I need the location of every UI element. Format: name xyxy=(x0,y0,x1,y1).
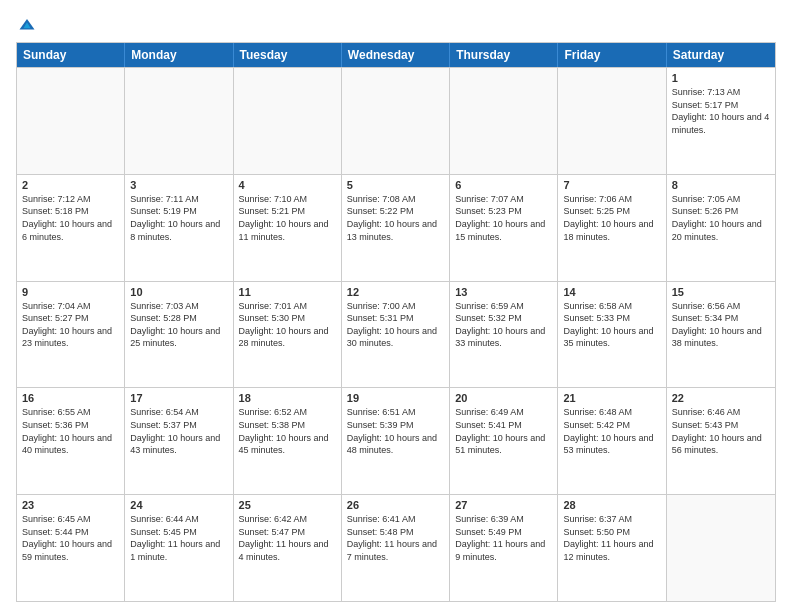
day-number: 7 xyxy=(563,179,660,191)
day-info: Sunrise: 6:58 AM Sunset: 5:33 PM Dayligh… xyxy=(563,300,660,350)
day-info: Sunrise: 6:59 AM Sunset: 5:32 PM Dayligh… xyxy=(455,300,552,350)
day-number: 5 xyxy=(347,179,444,191)
weekday-header-wednesday: Wednesday xyxy=(342,43,450,67)
day-info: Sunrise: 7:13 AM Sunset: 5:17 PM Dayligh… xyxy=(672,86,770,136)
day-cell-16: 16Sunrise: 6:55 AM Sunset: 5:36 PM Dayli… xyxy=(17,388,125,494)
empty-cell-r0-c5 xyxy=(558,68,666,174)
day-number: 9 xyxy=(22,286,119,298)
day-cell-3: 3Sunrise: 7:11 AM Sunset: 5:19 PM Daylig… xyxy=(125,175,233,281)
day-number: 12 xyxy=(347,286,444,298)
day-info: Sunrise: 6:39 AM Sunset: 5:49 PM Dayligh… xyxy=(455,513,552,563)
empty-cell-r0-c2 xyxy=(234,68,342,174)
day-number: 3 xyxy=(130,179,227,191)
calendar-page: SundayMondayTuesdayWednesdayThursdayFrid… xyxy=(0,0,792,612)
day-info: Sunrise: 7:08 AM Sunset: 5:22 PM Dayligh… xyxy=(347,193,444,243)
page-header xyxy=(16,16,776,34)
day-cell-25: 25Sunrise: 6:42 AM Sunset: 5:47 PM Dayli… xyxy=(234,495,342,601)
day-cell-7: 7Sunrise: 7:06 AM Sunset: 5:25 PM Daylig… xyxy=(558,175,666,281)
day-info: Sunrise: 7:12 AM Sunset: 5:18 PM Dayligh… xyxy=(22,193,119,243)
day-info: Sunrise: 6:54 AM Sunset: 5:37 PM Dayligh… xyxy=(130,406,227,456)
day-info: Sunrise: 6:48 AM Sunset: 5:42 PM Dayligh… xyxy=(563,406,660,456)
day-info: Sunrise: 7:00 AM Sunset: 5:31 PM Dayligh… xyxy=(347,300,444,350)
day-info: Sunrise: 6:56 AM Sunset: 5:34 PM Dayligh… xyxy=(672,300,770,350)
day-cell-17: 17Sunrise: 6:54 AM Sunset: 5:37 PM Dayli… xyxy=(125,388,233,494)
day-number: 25 xyxy=(239,499,336,511)
weekday-header-monday: Monday xyxy=(125,43,233,67)
day-info: Sunrise: 7:04 AM Sunset: 5:27 PM Dayligh… xyxy=(22,300,119,350)
day-number: 26 xyxy=(347,499,444,511)
calendar-row-2: 2Sunrise: 7:12 AM Sunset: 5:18 PM Daylig… xyxy=(17,174,775,281)
day-number: 15 xyxy=(672,286,770,298)
empty-cell-r4-c6 xyxy=(667,495,775,601)
day-info: Sunrise: 7:03 AM Sunset: 5:28 PM Dayligh… xyxy=(130,300,227,350)
day-info: Sunrise: 6:41 AM Sunset: 5:48 PM Dayligh… xyxy=(347,513,444,563)
day-info: Sunrise: 6:45 AM Sunset: 5:44 PM Dayligh… xyxy=(22,513,119,563)
day-number: 24 xyxy=(130,499,227,511)
day-info: Sunrise: 6:42 AM Sunset: 5:47 PM Dayligh… xyxy=(239,513,336,563)
day-number: 17 xyxy=(130,392,227,404)
day-cell-14: 14Sunrise: 6:58 AM Sunset: 5:33 PM Dayli… xyxy=(558,282,666,388)
day-cell-26: 26Sunrise: 6:41 AM Sunset: 5:48 PM Dayli… xyxy=(342,495,450,601)
day-info: Sunrise: 7:01 AM Sunset: 5:30 PM Dayligh… xyxy=(239,300,336,350)
weekday-header-thursday: Thursday xyxy=(450,43,558,67)
day-number: 6 xyxy=(455,179,552,191)
day-number: 13 xyxy=(455,286,552,298)
weekday-header-saturday: Saturday xyxy=(667,43,775,67)
logo-icon xyxy=(18,16,36,34)
day-info: Sunrise: 7:11 AM Sunset: 5:19 PM Dayligh… xyxy=(130,193,227,243)
calendar-row-5: 23Sunrise: 6:45 AM Sunset: 5:44 PM Dayli… xyxy=(17,494,775,601)
day-info: Sunrise: 7:05 AM Sunset: 5:26 PM Dayligh… xyxy=(672,193,770,243)
day-number: 8 xyxy=(672,179,770,191)
day-number: 4 xyxy=(239,179,336,191)
day-number: 14 xyxy=(563,286,660,298)
day-info: Sunrise: 6:44 AM Sunset: 5:45 PM Dayligh… xyxy=(130,513,227,563)
day-number: 18 xyxy=(239,392,336,404)
day-number: 10 xyxy=(130,286,227,298)
day-number: 19 xyxy=(347,392,444,404)
calendar-row-4: 16Sunrise: 6:55 AM Sunset: 5:36 PM Dayli… xyxy=(17,387,775,494)
day-info: Sunrise: 6:52 AM Sunset: 5:38 PM Dayligh… xyxy=(239,406,336,456)
day-cell-22: 22Sunrise: 6:46 AM Sunset: 5:43 PM Dayli… xyxy=(667,388,775,494)
day-number: 22 xyxy=(672,392,770,404)
day-cell-21: 21Sunrise: 6:48 AM Sunset: 5:42 PM Dayli… xyxy=(558,388,666,494)
weekday-header-tuesday: Tuesday xyxy=(234,43,342,67)
day-cell-1: 1Sunrise: 7:13 AM Sunset: 5:17 PM Daylig… xyxy=(667,68,775,174)
day-number: 2 xyxy=(22,179,119,191)
day-number: 16 xyxy=(22,392,119,404)
day-cell-28: 28Sunrise: 6:37 AM Sunset: 5:50 PM Dayli… xyxy=(558,495,666,601)
day-number: 27 xyxy=(455,499,552,511)
day-number: 28 xyxy=(563,499,660,511)
day-cell-6: 6Sunrise: 7:07 AM Sunset: 5:23 PM Daylig… xyxy=(450,175,558,281)
day-info: Sunrise: 7:10 AM Sunset: 5:21 PM Dayligh… xyxy=(239,193,336,243)
day-cell-27: 27Sunrise: 6:39 AM Sunset: 5:49 PM Dayli… xyxy=(450,495,558,601)
empty-cell-r0-c3 xyxy=(342,68,450,174)
day-cell-13: 13Sunrise: 6:59 AM Sunset: 5:32 PM Dayli… xyxy=(450,282,558,388)
day-info: Sunrise: 7:06 AM Sunset: 5:25 PM Dayligh… xyxy=(563,193,660,243)
day-info: Sunrise: 6:49 AM Sunset: 5:41 PM Dayligh… xyxy=(455,406,552,456)
day-cell-10: 10Sunrise: 7:03 AM Sunset: 5:28 PM Dayli… xyxy=(125,282,233,388)
day-cell-23: 23Sunrise: 6:45 AM Sunset: 5:44 PM Dayli… xyxy=(17,495,125,601)
weekday-header-friday: Friday xyxy=(558,43,666,67)
day-number: 21 xyxy=(563,392,660,404)
day-cell-4: 4Sunrise: 7:10 AM Sunset: 5:21 PM Daylig… xyxy=(234,175,342,281)
day-number: 23 xyxy=(22,499,119,511)
day-number: 20 xyxy=(455,392,552,404)
day-cell-9: 9Sunrise: 7:04 AM Sunset: 5:27 PM Daylig… xyxy=(17,282,125,388)
day-info: Sunrise: 6:51 AM Sunset: 5:39 PM Dayligh… xyxy=(347,406,444,456)
calendar: SundayMondayTuesdayWednesdayThursdayFrid… xyxy=(16,42,776,602)
day-cell-12: 12Sunrise: 7:00 AM Sunset: 5:31 PM Dayli… xyxy=(342,282,450,388)
empty-cell-r0-c0 xyxy=(17,68,125,174)
day-info: Sunrise: 6:37 AM Sunset: 5:50 PM Dayligh… xyxy=(563,513,660,563)
day-cell-11: 11Sunrise: 7:01 AM Sunset: 5:30 PM Dayli… xyxy=(234,282,342,388)
day-cell-15: 15Sunrise: 6:56 AM Sunset: 5:34 PM Dayli… xyxy=(667,282,775,388)
day-cell-2: 2Sunrise: 7:12 AM Sunset: 5:18 PM Daylig… xyxy=(17,175,125,281)
empty-cell-r0-c1 xyxy=(125,68,233,174)
day-info: Sunrise: 7:07 AM Sunset: 5:23 PM Dayligh… xyxy=(455,193,552,243)
day-cell-18: 18Sunrise: 6:52 AM Sunset: 5:38 PM Dayli… xyxy=(234,388,342,494)
calendar-row-3: 9Sunrise: 7:04 AM Sunset: 5:27 PM Daylig… xyxy=(17,281,775,388)
calendar-body: 1Sunrise: 7:13 AM Sunset: 5:17 PM Daylig… xyxy=(17,67,775,601)
calendar-row-1: 1Sunrise: 7:13 AM Sunset: 5:17 PM Daylig… xyxy=(17,67,775,174)
day-cell-24: 24Sunrise: 6:44 AM Sunset: 5:45 PM Dayli… xyxy=(125,495,233,601)
day-cell-8: 8Sunrise: 7:05 AM Sunset: 5:26 PM Daylig… xyxy=(667,175,775,281)
calendar-header: SundayMondayTuesdayWednesdayThursdayFrid… xyxy=(17,43,775,67)
